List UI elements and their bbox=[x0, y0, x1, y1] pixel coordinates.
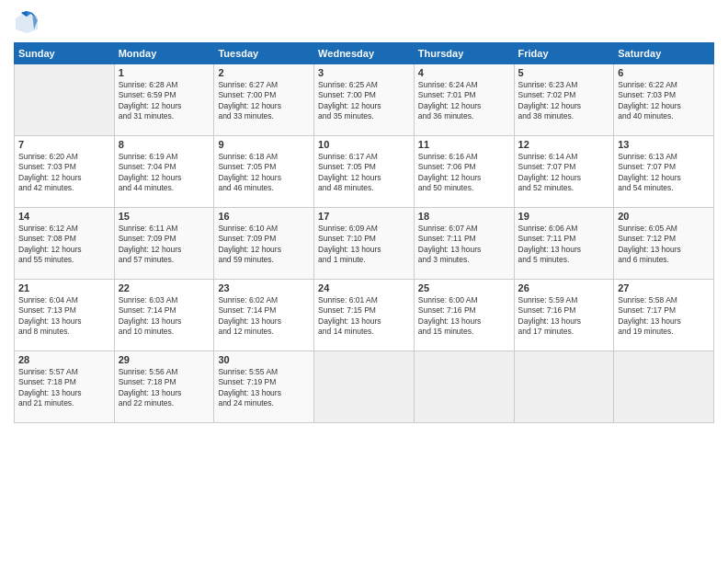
day-number: 29 bbox=[119, 354, 210, 365]
calendar-cell: 17Sunrise: 6:09 AM Sunset: 7:10 PM Dayli… bbox=[314, 208, 415, 280]
day-info: Sunrise: 6:19 AM Sunset: 7:04 PM Dayligh… bbox=[119, 152, 210, 194]
calendar-cell: 8Sunrise: 6:19 AM Sunset: 7:04 PM Daylig… bbox=[114, 136, 214, 208]
day-info: Sunrise: 6:06 AM Sunset: 7:11 PM Dayligh… bbox=[518, 224, 610, 266]
day-number: 15 bbox=[119, 211, 210, 222]
day-info: Sunrise: 6:04 AM Sunset: 7:13 PM Dayligh… bbox=[18, 295, 110, 338]
calendar-cell bbox=[15, 64, 115, 136]
day-number: 13 bbox=[618, 139, 710, 150]
day-info: Sunrise: 5:55 AM Sunset: 7:19 PM Dayligh… bbox=[218, 367, 310, 409]
calendar-cell: 6Sunrise: 6:22 AM Sunset: 7:03 PM Daylig… bbox=[614, 64, 714, 136]
day-info: Sunrise: 6:03 AM Sunset: 7:14 PM Dayligh… bbox=[119, 295, 210, 338]
day-number: 22 bbox=[119, 282, 210, 293]
calendar-cell: 4Sunrise: 6:24 AM Sunset: 7:01 PM Daylig… bbox=[414, 64, 514, 136]
day-info: Sunrise: 6:09 AM Sunset: 7:10 PM Dayligh… bbox=[318, 224, 410, 266]
calendar-cell: 18Sunrise: 6:07 AM Sunset: 7:11 PM Dayli… bbox=[414, 208, 514, 280]
day-info: Sunrise: 6:02 AM Sunset: 7:14 PM Dayligh… bbox=[218, 295, 310, 338]
day-info: Sunrise: 5:58 AM Sunset: 7:17 PM Dayligh… bbox=[618, 295, 710, 338]
day-number: 10 bbox=[318, 139, 410, 150]
calendar-cell: 3Sunrise: 6:25 AM Sunset: 7:00 PM Daylig… bbox=[314, 64, 415, 136]
calendar-cell: 11Sunrise: 6:16 AM Sunset: 7:06 PM Dayli… bbox=[414, 136, 514, 208]
calendar-cell: 29Sunrise: 5:56 AM Sunset: 7:18 PM Dayli… bbox=[114, 351, 214, 423]
page-container: SundayMondayTuesdayWednesdayThursdayFrid… bbox=[0, 0, 728, 432]
calendar-cell: 9Sunrise: 6:18 AM Sunset: 7:05 PM Daylig… bbox=[214, 136, 314, 208]
day-number: 16 bbox=[218, 211, 310, 222]
calendar-cell: 19Sunrise: 6:06 AM Sunset: 7:11 PM Dayli… bbox=[514, 208, 614, 280]
day-info: Sunrise: 5:57 AM Sunset: 7:18 PM Dayligh… bbox=[18, 367, 110, 409]
calendar-cell: 12Sunrise: 6:14 AM Sunset: 7:07 PM Dayli… bbox=[514, 136, 614, 208]
day-info: Sunrise: 6:10 AM Sunset: 7:09 PM Dayligh… bbox=[218, 224, 310, 266]
day-number: 20 bbox=[618, 211, 710, 222]
calendar-cell bbox=[314, 351, 415, 423]
day-header-monday: Monday bbox=[114, 43, 214, 64]
day-header-saturday: Saturday bbox=[614, 43, 714, 64]
day-number: 12 bbox=[518, 139, 610, 150]
calendar-cell bbox=[514, 351, 614, 423]
day-number: 8 bbox=[119, 139, 210, 150]
day-info: Sunrise: 6:22 AM Sunset: 7:03 PM Dayligh… bbox=[618, 80, 710, 122]
day-number: 6 bbox=[618, 67, 710, 78]
calendar-cell: 24Sunrise: 6:01 AM Sunset: 7:15 PM Dayli… bbox=[314, 280, 415, 351]
calendar-cell: 23Sunrise: 6:02 AM Sunset: 7:14 PM Dayli… bbox=[214, 280, 314, 351]
day-info: Sunrise: 6:27 AM Sunset: 7:00 PM Dayligh… bbox=[218, 80, 310, 122]
day-info: Sunrise: 5:59 AM Sunset: 7:16 PM Dayligh… bbox=[518, 295, 610, 338]
calendar-table: SundayMondayTuesdayWednesdayThursdayFrid… bbox=[14, 42, 714, 423]
calendar-cell bbox=[414, 351, 514, 423]
calendar-cell: 5Sunrise: 6:23 AM Sunset: 7:02 PM Daylig… bbox=[514, 64, 614, 136]
day-header-wednesday: Wednesday bbox=[314, 43, 415, 64]
day-info: Sunrise: 6:05 AM Sunset: 7:12 PM Dayligh… bbox=[618, 224, 710, 266]
day-info: Sunrise: 6:00 AM Sunset: 7:16 PM Dayligh… bbox=[418, 295, 510, 338]
day-number: 21 bbox=[18, 282, 110, 293]
calendar-cell: 25Sunrise: 6:00 AM Sunset: 7:16 PM Dayli… bbox=[414, 280, 514, 351]
calendar-cell bbox=[614, 351, 714, 423]
day-number: 5 bbox=[518, 67, 610, 78]
calendar-cell: 30Sunrise: 5:55 AM Sunset: 7:19 PM Dayli… bbox=[214, 351, 314, 423]
calendar-cell: 13Sunrise: 6:13 AM Sunset: 7:07 PM Dayli… bbox=[614, 136, 714, 208]
logo bbox=[14, 9, 43, 35]
day-number: 17 bbox=[318, 211, 410, 222]
day-info: Sunrise: 6:24 AM Sunset: 7:01 PM Dayligh… bbox=[418, 80, 510, 122]
day-number: 30 bbox=[218, 354, 310, 365]
logo-icon bbox=[14, 9, 40, 35]
day-info: Sunrise: 6:16 AM Sunset: 7:06 PM Dayligh… bbox=[418, 152, 510, 194]
calendar-cell: 14Sunrise: 6:12 AM Sunset: 7:08 PM Dayli… bbox=[15, 208, 115, 280]
day-info: Sunrise: 6:13 AM Sunset: 7:07 PM Dayligh… bbox=[618, 152, 710, 194]
calendar-cell: 2Sunrise: 6:27 AM Sunset: 7:00 PM Daylig… bbox=[214, 64, 314, 136]
day-info: Sunrise: 6:14 AM Sunset: 7:07 PM Dayligh… bbox=[518, 152, 610, 194]
day-header-thursday: Thursday bbox=[414, 43, 514, 64]
day-number: 18 bbox=[418, 211, 510, 222]
day-number: 28 bbox=[18, 354, 110, 365]
day-number: 9 bbox=[218, 139, 310, 150]
day-info: Sunrise: 6:17 AM Sunset: 7:05 PM Dayligh… bbox=[318, 152, 410, 194]
day-number: 14 bbox=[18, 211, 110, 222]
day-info: Sunrise: 6:07 AM Sunset: 7:11 PM Dayligh… bbox=[418, 224, 510, 266]
day-number: 4 bbox=[418, 67, 510, 78]
header bbox=[14, 9, 714, 35]
day-number: 27 bbox=[618, 282, 710, 293]
day-info: Sunrise: 6:25 AM Sunset: 7:00 PM Dayligh… bbox=[318, 80, 410, 122]
day-info: Sunrise: 6:18 AM Sunset: 7:05 PM Dayligh… bbox=[218, 152, 310, 194]
day-header-sunday: Sunday bbox=[15, 43, 115, 64]
calendar-cell: 22Sunrise: 6:03 AM Sunset: 7:14 PM Dayli… bbox=[114, 280, 214, 351]
day-number: 24 bbox=[318, 282, 410, 293]
day-number: 7 bbox=[18, 139, 110, 150]
day-number: 23 bbox=[218, 282, 310, 293]
calendar-cell: 15Sunrise: 6:11 AM Sunset: 7:09 PM Dayli… bbox=[114, 208, 214, 280]
day-number: 2 bbox=[218, 67, 310, 78]
day-number: 11 bbox=[418, 139, 510, 150]
day-header-tuesday: Tuesday bbox=[214, 43, 314, 64]
day-info: Sunrise: 6:01 AM Sunset: 7:15 PM Dayligh… bbox=[318, 295, 410, 338]
day-number: 26 bbox=[518, 282, 610, 293]
day-info: Sunrise: 6:12 AM Sunset: 7:08 PM Dayligh… bbox=[18, 224, 110, 266]
day-info: Sunrise: 6:28 AM Sunset: 6:59 PM Dayligh… bbox=[119, 80, 210, 122]
calendar-cell: 21Sunrise: 6:04 AM Sunset: 7:13 PM Dayli… bbox=[15, 280, 115, 351]
day-info: Sunrise: 6:23 AM Sunset: 7:02 PM Dayligh… bbox=[518, 80, 610, 122]
day-number: 19 bbox=[518, 211, 610, 222]
day-number: 3 bbox=[318, 67, 410, 78]
day-header-friday: Friday bbox=[514, 43, 614, 64]
calendar-cell: 20Sunrise: 6:05 AM Sunset: 7:12 PM Dayli… bbox=[614, 208, 714, 280]
calendar-cell: 10Sunrise: 6:17 AM Sunset: 7:05 PM Dayli… bbox=[314, 136, 415, 208]
day-number: 1 bbox=[119, 67, 210, 78]
calendar-cell: 28Sunrise: 5:57 AM Sunset: 7:18 PM Dayli… bbox=[15, 351, 115, 423]
day-info: Sunrise: 5:56 AM Sunset: 7:18 PM Dayligh… bbox=[119, 367, 210, 409]
day-number: 25 bbox=[418, 282, 510, 293]
